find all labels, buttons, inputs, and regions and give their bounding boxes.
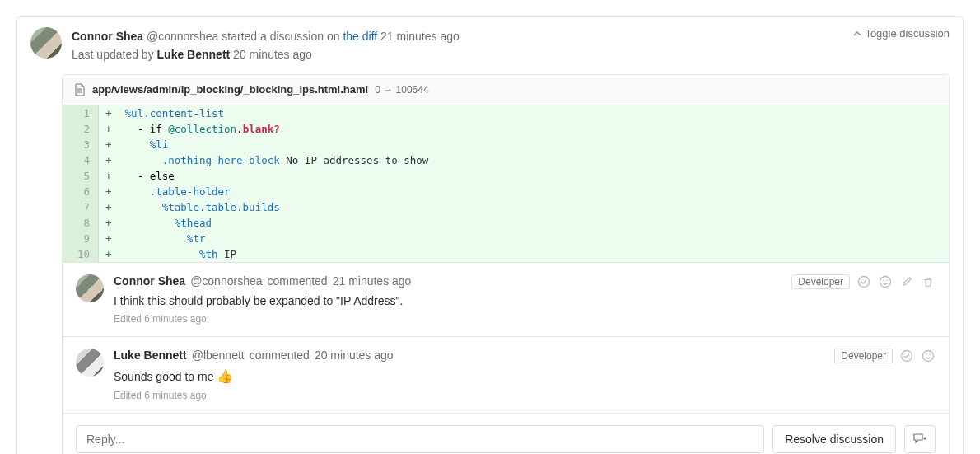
diff-line[interactable]: 7+ %table.table.builds — [63, 199, 949, 215]
code-content: %th IP — [119, 246, 949, 262]
resolve-comment[interactable] — [856, 274, 871, 289]
comment-time[interactable]: 21 minutes ago — [333, 274, 412, 288]
file-path[interactable]: app/views/admin/ip_blocking/_blocking_ip… — [92, 83, 368, 96]
author-name[interactable]: Connor Shea — [72, 30, 143, 43]
diff-line[interactable]: 1+%ul.content-list — [63, 105, 949, 121]
delete-comment[interactable] — [921, 274, 936, 289]
started-text: started a discussion on — [222, 30, 339, 43]
toggle-discussion[interactable]: Toggle discussion — [853, 27, 950, 40]
line-number: 9 — [63, 231, 99, 246]
comment-username[interactable]: @connorshea — [190, 274, 262, 288]
started-time: 21 minutes ago — [380, 30, 460, 43]
resolve-discussion-button[interactable]: Resolve discussion — [772, 425, 896, 453]
comment: Connor Shea @connorshea commented 21 min… — [63, 262, 949, 336]
svg-point-4 — [902, 350, 912, 361]
avatar[interactable] — [76, 349, 104, 377]
diff-line[interactable]: 9+ %tr — [63, 231, 949, 246]
resolve-icon — [900, 349, 913, 363]
diff-sign: + — [99, 199, 119, 215]
resolve-comment[interactable] — [899, 349, 914, 363]
new-thread-button[interactable] — [904, 425, 936, 453]
code-content: - if @collection.blank? — [119, 121, 949, 137]
diff-sign: + — [99, 168, 119, 184]
comment-action: commented — [250, 349, 310, 362]
comment-username[interactable]: @lbennett — [192, 349, 245, 362]
comment-time[interactable]: 20 minutes ago — [315, 349, 394, 362]
comments-list: Connor Shea @connorshea commented 21 min… — [63, 262, 949, 413]
code-content: .nothing-here-block No IP addresses to s… — [119, 152, 949, 168]
comment: Luke Bennett @lbennett commented 20 minu… — [63, 336, 949, 413]
emoji-icon — [922, 349, 935, 363]
discussion-thread: Connor Shea @connorshea started a discus… — [16, 16, 964, 454]
role-badge: Developer — [834, 349, 893, 363]
file-icon — [74, 83, 86, 96]
svg-point-3 — [886, 279, 888, 281]
svg-point-2 — [883, 279, 884, 281]
diff-line[interactable]: 6+ .table-holder — [63, 184, 949, 199]
updated-by[interactable]: Luke Bennett — [157, 48, 231, 61]
comment-actions: Developer — [834, 349, 936, 363]
comment-text: Sounds good to me 👍 — [114, 367, 834, 386]
line-number: 1 — [63, 105, 99, 121]
avatar[interactable] — [30, 27, 62, 59]
emoji-icon — [879, 275, 892, 288]
edit-icon — [901, 275, 913, 288]
comment-author[interactable]: Luke Bennett — [114, 349, 187, 362]
add-reaction[interactable] — [921, 349, 936, 363]
comment-actions: Developer — [791, 274, 936, 289]
line-number: 4 — [63, 152, 99, 168]
reply-row: Resolve discussion — [63, 413, 949, 454]
code-content: %thead — [119, 215, 949, 231]
line-number: 2 — [63, 121, 99, 137]
diff-sign: + — [99, 105, 119, 121]
reply-input[interactable] — [76, 425, 764, 453]
diff-link[interactable]: the diff — [343, 30, 377, 43]
diff-line[interactable]: 2+ - if @collection.blank? — [63, 121, 949, 137]
diff-sign: + — [99, 215, 119, 231]
discussion-header: Connor Shea @connorshea started a discus… — [17, 17, 963, 74]
line-number: 8 — [63, 215, 99, 231]
diff-line[interactable]: 3+ %li — [63, 137, 949, 152]
header-text: Connor Shea @connorshea started a discus… — [72, 27, 853, 64]
diff-sign: + — [99, 137, 119, 152]
comment-action: commented — [268, 274, 328, 288]
role-badge: Developer — [791, 274, 850, 289]
add-reaction[interactable] — [878, 274, 893, 289]
diff-line[interactable]: 4+ .nothing-here-block No IP addresses t… — [63, 152, 949, 168]
svg-point-0 — [859, 276, 870, 287]
file-header: app/views/admin/ip_blocking/_blocking_ip… — [63, 75, 949, 105]
diff-table: 1+%ul.content-list2+ - if @collection.bl… — [63, 105, 949, 262]
diff-sign: + — [99, 184, 119, 199]
svg-point-7 — [929, 353, 931, 355]
code-content: %table.table.builds — [119, 199, 949, 215]
comment-edited: Edited 6 minutes ago — [114, 313, 791, 325]
resolve-icon — [857, 275, 870, 288]
chevron-up-icon — [853, 30, 861, 38]
svg-point-5 — [923, 350, 934, 361]
svg-point-6 — [926, 353, 927, 355]
updated-prefix: Last updated by — [72, 48, 154, 61]
diff-sign: + — [99, 152, 119, 168]
avatar[interactable] — [76, 274, 104, 302]
file-mode: 0 → 100644 — [375, 84, 428, 96]
diff-line[interactable]: 8+ %thead — [63, 215, 949, 231]
author-username[interactable]: @connorshea — [147, 30, 218, 43]
code-content: %li — [119, 137, 949, 152]
diff-sign: + — [99, 231, 119, 246]
comment-next-icon — [913, 433, 926, 445]
comment-text: I think this should probably be expanded… — [114, 293, 791, 310]
diff-line[interactable]: 5+ - else — [63, 168, 949, 184]
diff-line[interactable]: 10+ %th IP — [63, 246, 949, 262]
code-content: %ul.content-list — [119, 105, 949, 121]
code-content: %tr — [119, 231, 949, 246]
comment-edited: Edited 6 minutes ago — [114, 390, 834, 401]
comment-author[interactable]: Connor Shea — [114, 274, 185, 288]
diff-sign: + — [99, 121, 119, 137]
line-number: 10 — [63, 246, 99, 262]
line-number: 7 — [63, 199, 99, 215]
edit-comment[interactable] — [899, 274, 914, 289]
line-number: 3 — [63, 137, 99, 152]
code-content: - else — [119, 168, 949, 184]
svg-point-1 — [880, 276, 891, 287]
discussion-body: app/views/admin/ip_blocking/_blocking_ip… — [62, 74, 950, 454]
